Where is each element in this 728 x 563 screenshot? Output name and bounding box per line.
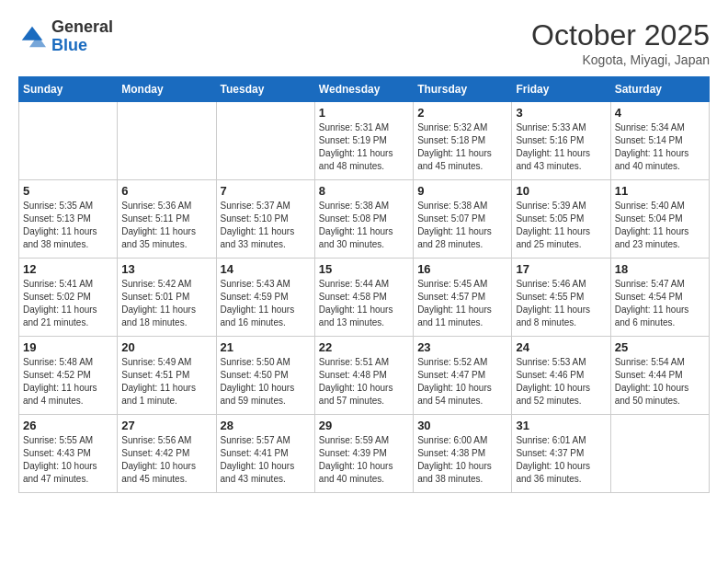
day-number: 13	[121, 262, 211, 276]
calendar-cell: 25Sunrise: 5:54 AM Sunset: 4:44 PM Dayli…	[610, 337, 709, 415]
day-info: Sunrise: 5:51 AM Sunset: 4:48 PM Dayligh…	[319, 356, 409, 408]
week-row-1: 1Sunrise: 5:31 AM Sunset: 5:19 PM Daylig…	[19, 102, 710, 180]
day-info: Sunrise: 5:48 AM Sunset: 4:52 PM Dayligh…	[23, 356, 113, 408]
logo-icon	[18, 23, 46, 51]
calendar-table: SundayMondayTuesdayWednesdayThursdayFrid…	[18, 76, 710, 493]
calendar-cell: 12Sunrise: 5:41 AM Sunset: 5:02 PM Dayli…	[19, 259, 118, 337]
day-number: 28	[221, 419, 311, 432]
page-header: General Blue October 2025 Kogota, Miyagi…	[18, 18, 710, 67]
calendar-cell	[19, 102, 118, 180]
day-number: 10	[516, 184, 606, 198]
column-header-monday: Monday	[118, 77, 216, 102]
calendar-cell: 10Sunrise: 5:39 AM Sunset: 5:05 PM Dayli…	[512, 180, 610, 259]
day-number: 15	[319, 262, 409, 276]
day-info: Sunrise: 5:43 AM Sunset: 4:59 PM Dayligh…	[221, 278, 311, 329]
day-number: 21	[221, 340, 311, 354]
day-number: 1	[319, 106, 409, 120]
day-number: 26	[23, 419, 113, 432]
day-info: Sunrise: 6:00 AM Sunset: 4:38 PM Dayligh…	[417, 434, 507, 486]
column-header-wednesday: Wednesday	[314, 77, 413, 102]
day-number: 9	[417, 184, 507, 198]
day-number: 30	[417, 419, 507, 432]
calendar-cell: 31Sunrise: 6:01 AM Sunset: 4:37 PM Dayli…	[512, 415, 610, 493]
calendar-cell: 26Sunrise: 5:55 AM Sunset: 4:43 PM Dayli…	[19, 415, 118, 493]
day-number: 2	[417, 106, 507, 120]
calendar-header-row: SundayMondayTuesdayWednesdayThursdayFrid…	[19, 77, 710, 102]
day-info: Sunrise: 5:53 AM Sunset: 4:46 PM Dayligh…	[516, 356, 606, 408]
day-info: Sunrise: 5:41 AM Sunset: 5:02 PM Dayligh…	[23, 278, 113, 329]
day-info: Sunrise: 5:36 AM Sunset: 5:11 PM Dayligh…	[121, 200, 211, 251]
logo-text: General Blue	[51, 18, 113, 55]
calendar-cell: 9Sunrise: 5:38 AM Sunset: 5:07 PM Daylig…	[414, 180, 512, 259]
day-number: 3	[516, 106, 606, 120]
day-number: 25	[615, 340, 705, 354]
title-block: October 2025 Kogota, Miyagi, Japan	[531, 18, 710, 67]
calendar-cell	[610, 415, 709, 493]
calendar-cell: 18Sunrise: 5:47 AM Sunset: 4:54 PM Dayli…	[610, 259, 709, 337]
day-info: Sunrise: 5:55 AM Sunset: 4:43 PM Dayligh…	[23, 434, 113, 486]
day-info: Sunrise: 5:57 AM Sunset: 4:41 PM Dayligh…	[221, 434, 311, 486]
day-number: 11	[615, 184, 705, 198]
day-info: Sunrise: 5:37 AM Sunset: 5:10 PM Dayligh…	[221, 200, 311, 251]
day-number: 22	[319, 340, 409, 354]
calendar-cell: 6Sunrise: 5:36 AM Sunset: 5:11 PM Daylig…	[118, 180, 216, 259]
day-info: Sunrise: 6:01 AM Sunset: 4:37 PM Dayligh…	[516, 434, 606, 486]
day-info: Sunrise: 5:46 AM Sunset: 4:55 PM Dayligh…	[516, 278, 606, 329]
day-info: Sunrise: 5:40 AM Sunset: 5:04 PM Dayligh…	[615, 200, 705, 251]
calendar-cell: 15Sunrise: 5:44 AM Sunset: 4:58 PM Dayli…	[314, 259, 413, 337]
column-header-tuesday: Tuesday	[216, 77, 314, 102]
day-info: Sunrise: 5:59 AM Sunset: 4:39 PM Dayligh…	[319, 434, 409, 486]
day-info: Sunrise: 5:45 AM Sunset: 4:57 PM Dayligh…	[417, 278, 507, 329]
day-number: 5	[23, 184, 113, 198]
day-number: 29	[319, 419, 409, 432]
calendar-cell: 7Sunrise: 5:37 AM Sunset: 5:10 PM Daylig…	[216, 180, 314, 259]
calendar-cell: 17Sunrise: 5:46 AM Sunset: 4:55 PM Dayli…	[512, 259, 610, 337]
location: Kogota, Miyagi, Japan	[531, 52, 710, 67]
day-number: 17	[516, 262, 606, 276]
month-title: October 2025	[531, 18, 710, 52]
day-info: Sunrise: 5:42 AM Sunset: 5:01 PM Dayligh…	[121, 278, 211, 329]
day-number: 12	[23, 262, 113, 276]
day-number: 4	[615, 106, 705, 120]
day-number: 7	[221, 184, 311, 198]
day-info: Sunrise: 5:44 AM Sunset: 4:58 PM Dayligh…	[319, 278, 409, 329]
week-row-2: 5Sunrise: 5:35 AM Sunset: 5:13 PM Daylig…	[19, 180, 710, 259]
day-info: Sunrise: 5:52 AM Sunset: 4:47 PM Dayligh…	[417, 356, 507, 408]
calendar-cell: 22Sunrise: 5:51 AM Sunset: 4:48 PM Dayli…	[314, 337, 413, 415]
logo-general: General	[51, 18, 113, 37]
calendar-cell: 1Sunrise: 5:31 AM Sunset: 5:19 PM Daylig…	[314, 102, 413, 180]
day-number: 27	[121, 419, 211, 432]
calendar-cell: 8Sunrise: 5:38 AM Sunset: 5:08 PM Daylig…	[314, 180, 413, 259]
day-info: Sunrise: 5:38 AM Sunset: 5:08 PM Dayligh…	[319, 200, 409, 251]
week-row-4: 19Sunrise: 5:48 AM Sunset: 4:52 PM Dayli…	[19, 337, 710, 415]
day-number: 23	[417, 340, 507, 354]
day-number: 16	[417, 262, 507, 276]
day-number: 20	[121, 340, 211, 354]
day-info: Sunrise: 5:54 AM Sunset: 4:44 PM Dayligh…	[615, 356, 705, 408]
logo-blue: Blue	[51, 37, 113, 55]
column-header-sunday: Sunday	[19, 77, 118, 102]
calendar-cell: 28Sunrise: 5:57 AM Sunset: 4:41 PM Dayli…	[216, 415, 314, 493]
day-number: 19	[23, 340, 113, 354]
calendar-cell: 29Sunrise: 5:59 AM Sunset: 4:39 PM Dayli…	[314, 415, 413, 493]
calendar-cell: 14Sunrise: 5:43 AM Sunset: 4:59 PM Dayli…	[216, 259, 314, 337]
calendar-cell: 30Sunrise: 6:00 AM Sunset: 4:38 PM Dayli…	[414, 415, 512, 493]
calendar-cell: 27Sunrise: 5:56 AM Sunset: 4:42 PM Dayli…	[118, 415, 216, 493]
day-number: 18	[615, 262, 705, 276]
day-info: Sunrise: 5:49 AM Sunset: 4:51 PM Dayligh…	[121, 356, 211, 408]
day-info: Sunrise: 5:38 AM Sunset: 5:07 PM Dayligh…	[417, 200, 507, 251]
column-header-thursday: Thursday	[414, 77, 512, 102]
day-info: Sunrise: 5:33 AM Sunset: 5:16 PM Dayligh…	[516, 121, 606, 173]
day-number: 24	[516, 340, 606, 354]
calendar-cell: 20Sunrise: 5:49 AM Sunset: 4:51 PM Dayli…	[118, 337, 216, 415]
logo: General Blue	[18, 18, 113, 55]
calendar-cell: 11Sunrise: 5:40 AM Sunset: 5:04 PM Dayli…	[610, 180, 709, 259]
calendar-cell: 13Sunrise: 5:42 AM Sunset: 5:01 PM Dayli…	[118, 259, 216, 337]
calendar-cell: 3Sunrise: 5:33 AM Sunset: 5:16 PM Daylig…	[512, 102, 610, 180]
day-info: Sunrise: 5:39 AM Sunset: 5:05 PM Dayligh…	[516, 200, 606, 251]
week-row-3: 12Sunrise: 5:41 AM Sunset: 5:02 PM Dayli…	[19, 259, 710, 337]
calendar-cell: 21Sunrise: 5:50 AM Sunset: 4:50 PM Dayli…	[216, 337, 314, 415]
day-info: Sunrise: 5:32 AM Sunset: 5:18 PM Dayligh…	[417, 121, 507, 173]
calendar-cell	[216, 102, 314, 180]
column-header-saturday: Saturday	[610, 77, 709, 102]
